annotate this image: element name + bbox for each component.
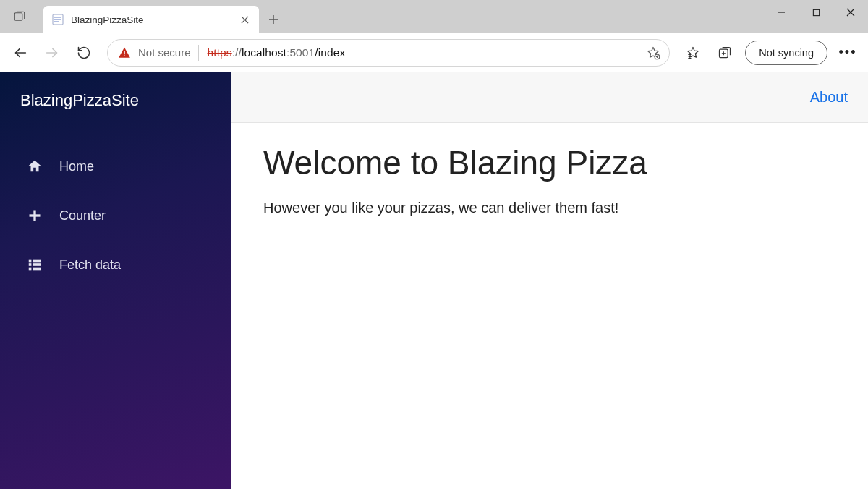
- favicon-icon: [52, 14, 64, 25]
- url-text: https://localhost:5001/index: [208, 46, 346, 59]
- browser-toolbar: Not secure https://localhost:5001/index …: [0, 33, 868, 72]
- forward-button[interactable]: [38, 38, 67, 67]
- sidebar-item-label: Counter: [59, 208, 106, 224]
- window-maximize-button[interactable]: [799, 0, 833, 25]
- content-topbar: About: [231, 72, 868, 123]
- sidebar-item-label: Home: [59, 159, 94, 174]
- svg-rect-16: [29, 268, 32, 271]
- sidebar-brand: BlazingPizzaSite: [0, 72, 231, 129]
- about-link[interactable]: About: [810, 89, 848, 106]
- svg-rect-4: [54, 21, 59, 22]
- sidebar-item-home[interactable]: Home: [0, 142, 231, 191]
- page-heading: Welcome to Blazing Pizza: [263, 143, 836, 182]
- svg-rect-12: [29, 260, 32, 263]
- content-area: About Welcome to Blazing Pizza However y…: [231, 72, 868, 489]
- more-menu-icon[interactable]: •••: [833, 38, 862, 67]
- sync-label: Not syncing: [759, 47, 814, 59]
- sidebar-item-fetch-data[interactable]: Fetch data: [0, 240, 231, 289]
- titlebar: BlazingPizzaSite: [0, 0, 868, 33]
- svg-rect-15: [33, 263, 41, 266]
- viewport: BlazingPizzaSite Home Counter: [0, 72, 868, 489]
- svg-rect-5: [813, 9, 819, 15]
- tab-title: BlazingPizzaSite: [71, 14, 239, 25]
- svg-rect-17: [33, 268, 41, 271]
- collections-icon[interactable]: [710, 38, 739, 67]
- tab-actions-icon[interactable]: [0, 0, 39, 33]
- svg-rect-7: [124, 55, 125, 56]
- back-button[interactable]: [6, 38, 35, 67]
- svg-rect-0: [14, 13, 22, 21]
- sidebar-item-label: Fetch data: [59, 258, 121, 273]
- tab-close-icon[interactable]: [239, 14, 250, 25]
- not-secure-label: Not secure: [138, 46, 191, 59]
- divider: [198, 45, 199, 61]
- svg-rect-3: [54, 19, 61, 20]
- svg-rect-14: [29, 263, 32, 266]
- sidebar: BlazingPizzaSite Home Counter: [0, 72, 231, 489]
- sidebar-nav: Home Counter Fetch data: [0, 129, 231, 289]
- svg-rect-13: [33, 260, 41, 263]
- window-close-button[interactable]: [833, 0, 868, 25]
- sidebar-item-counter[interactable]: Counter: [0, 191, 231, 240]
- home-icon: [26, 158, 43, 175]
- browser-window: BlazingPizzaSite: [0, 0, 868, 489]
- browser-tab[interactable]: BlazingPizzaSite: [43, 6, 259, 33]
- favorites-icon[interactable]: [678, 38, 707, 67]
- new-tab-button[interactable]: [259, 6, 288, 33]
- page-body: Welcome to Blazing Pizza However you lik…: [231, 123, 868, 237]
- svg-rect-11: [30, 214, 41, 216]
- svg-rect-6: [124, 51, 125, 54]
- list-icon: [26, 256, 43, 273]
- svg-rect-2: [54, 17, 61, 18]
- sync-button[interactable]: Not syncing: [745, 41, 827, 65]
- favorite-star-icon[interactable]: [646, 46, 660, 60]
- window-minimize-button[interactable]: [764, 0, 799, 25]
- page-tagline: However you like your pizzas, we can del…: [263, 200, 836, 216]
- window-controls: [764, 0, 868, 29]
- not-secure-icon: [118, 46, 131, 59]
- plus-icon: [26, 207, 43, 224]
- refresh-button[interactable]: [69, 38, 98, 67]
- address-bar[interactable]: Not secure https://localhost:5001/index: [107, 39, 670, 67]
